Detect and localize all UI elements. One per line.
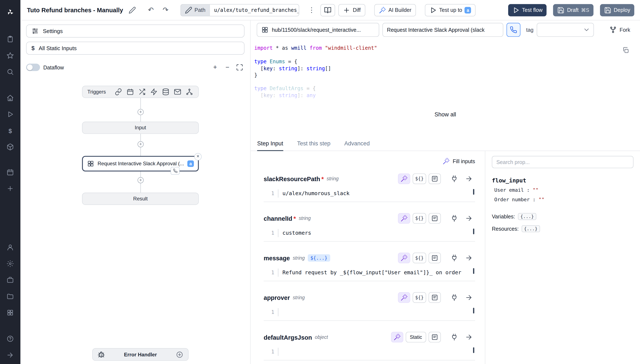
- slackResourcePath-editor[interactable]: 1 u/alex/humorous_slack: [264, 188, 475, 202]
- suspend-approval-button[interactable]: [506, 23, 520, 37]
- runs-icon[interactable]: [3, 32, 17, 46]
- websocket-icon[interactable]: [150, 88, 158, 96]
- resources-chip[interactable]: {...}: [522, 226, 540, 232]
- tab-step-input[interactable]: Step Input: [257, 136, 283, 150]
- settings-button[interactable]: Settings: [26, 24, 244, 38]
- collapse-sidebar-icon[interactable]: [3, 348, 17, 362]
- step-summary-input[interactable]: Request Interactive Slack Approval (slac…: [382, 23, 503, 37]
- triggers-node[interactable]: Triggers: [82, 86, 199, 98]
- approver-editor[interactable]: 1: [264, 307, 475, 321]
- insert-arrow-button[interactable]: [463, 174, 475, 184]
- expand-editor-button[interactable]: [428, 174, 441, 184]
- diff-button[interactable]: Diff: [338, 4, 365, 16]
- create-plus-icon[interactable]: [3, 181, 17, 196]
- home-icon[interactable]: [3, 90, 17, 105]
- ai-wand-button[interactable]: [398, 292, 410, 303]
- workers-briefcase-icon[interactable]: [3, 272, 17, 287]
- show-all-button[interactable]: Show all: [434, 111, 456, 118]
- dataflow-toggle[interactable]: [26, 64, 40, 71]
- prop-order-number[interactable]: Order number : "": [492, 197, 634, 202]
- add-step-button[interactable]: +: [138, 177, 144, 183]
- ai-wand-button[interactable]: [391, 332, 404, 342]
- variables-chip[interactable]: {...}: [518, 213, 536, 220]
- ai-wand-button[interactable]: [398, 174, 410, 184]
- message-editor[interactable]: 1 Refund request by _${flow_input["User …: [264, 267, 475, 281]
- webhook-icon[interactable]: [115, 88, 122, 96]
- search-prop-input[interactable]: [492, 156, 634, 168]
- expression-button[interactable]: ${}: [413, 292, 426, 303]
- ai-builder-button[interactable]: AI Builder: [374, 4, 416, 16]
- zoom-in-button[interactable]: +: [210, 62, 220, 72]
- more-options-kebab-icon[interactable]: ⋮: [306, 4, 317, 16]
- resources-cube-icon[interactable]: [3, 140, 17, 154]
- connect-input-button[interactable]: [448, 174, 460, 184]
- test-up-to-button[interactable]: Test up toa: [425, 4, 476, 16]
- windmill-logo[interactable]: [3, 5, 17, 20]
- folders-icon[interactable]: [3, 289, 17, 304]
- postgres-icon[interactable]: [162, 88, 170, 96]
- hub-path-chip[interactable]: hub/11500/slack/request_interactive...: [257, 23, 379, 37]
- insert-arrow-button[interactable]: [463, 253, 475, 263]
- help-icon[interactable]: [3, 332, 17, 346]
- fork-button[interactable]: Fork: [605, 23, 634, 36]
- add-step-button[interactable]: +: [138, 109, 144, 115]
- error-handler-node[interactable]: Error Handler: [92, 348, 188, 361]
- expression-button[interactable]: ${}: [413, 213, 426, 224]
- users-icon[interactable]: [3, 240, 17, 254]
- tab-advanced[interactable]: Advanced: [344, 136, 370, 150]
- path-edit-button[interactable]: Path: [180, 4, 210, 16]
- expand-editor-button[interactable]: [428, 292, 441, 303]
- code-preview[interactable]: import * as wmill from "windmill-client"…: [250, 39, 640, 136]
- tag-select[interactable]: [537, 23, 594, 37]
- copy-code-icon[interactable]: [622, 46, 630, 56]
- schedule-icon[interactable]: [127, 88, 134, 96]
- variables-dollar-icon[interactable]: $: [3, 123, 17, 138]
- docs-book-button[interactable]: [321, 4, 335, 16]
- channelId-editor[interactable]: 1 customers: [264, 228, 475, 242]
- resources-row[interactable]: Resources:{...}: [492, 226, 634, 232]
- ai-wand-button[interactable]: [398, 213, 410, 224]
- connect-input-button[interactable]: [448, 253, 460, 263]
- connect-input-button[interactable]: [448, 213, 460, 224]
- expression-button[interactable]: ${}: [413, 174, 426, 184]
- flow-input-label[interactable]: flow_input: [492, 177, 634, 184]
- favorites-star-icon[interactable]: [3, 48, 17, 63]
- suspend-phone-icon[interactable]: [170, 167, 180, 175]
- undo-button[interactable]: ↶: [145, 4, 156, 16]
- expand-editor-button[interactable]: [428, 332, 441, 342]
- fill-inputs-button[interactable]: Fill inputs: [442, 156, 475, 166]
- variables-row[interactable]: Variables:{...}: [492, 213, 634, 220]
- draft-button[interactable]: Draft⌘S: [553, 4, 593, 16]
- result-node[interactable]: Result: [82, 192, 199, 205]
- kafka-icon[interactable]: [186, 88, 193, 96]
- gear-icon[interactable]: [3, 256, 17, 271]
- expression-button[interactable]: ${}: [413, 253, 426, 263]
- insert-arrow-button[interactable]: [463, 292, 475, 303]
- schedules-calendar-icon[interactable]: [3, 165, 17, 180]
- tab-test-this-step[interactable]: Test this step: [297, 136, 330, 150]
- path-input[interactable]: u/alex/tuto_refund_branches_: [210, 4, 299, 16]
- add-error-handler-icon[interactable]: [176, 351, 183, 358]
- prop-user-email[interactable]: User email : "": [492, 187, 634, 193]
- remove-step-button[interactable]: ×: [194, 153, 202, 160]
- test-flow-button[interactable]: Test flow: [508, 4, 547, 16]
- deploy-button[interactable]: Deploy: [600, 4, 634, 16]
- insert-arrow-button[interactable]: [463, 213, 475, 224]
- input-node[interactable]: Input: [82, 122, 199, 134]
- runs-play-icon[interactable]: [3, 107, 17, 122]
- expand-editor-button[interactable]: [428, 213, 441, 224]
- all-static-inputs-button[interactable]: $ All Static Inputs: [26, 42, 244, 55]
- fit-view-button[interactable]: [235, 62, 244, 72]
- search-icon[interactable]: [3, 64, 17, 79]
- static-toggle-button[interactable]: Static: [406, 332, 426, 342]
- add-step-button[interactable]: +: [138, 141, 144, 147]
- zoom-out-button[interactable]: −: [222, 62, 232, 72]
- connect-input-button[interactable]: [448, 332, 460, 342]
- redo-button[interactable]: ↷: [160, 4, 171, 16]
- slack-approval-step-node[interactable]: Request Interactive Slack Approval (... …: [82, 156, 199, 172]
- edit-title-pencil-icon[interactable]: [126, 4, 138, 16]
- apps-grid-icon[interactable]: [3, 306, 17, 320]
- ai-wand-button[interactable]: [398, 253, 410, 263]
- email-icon[interactable]: [174, 88, 182, 96]
- defaultArgsJson-editor[interactable]: 1: [264, 346, 475, 360]
